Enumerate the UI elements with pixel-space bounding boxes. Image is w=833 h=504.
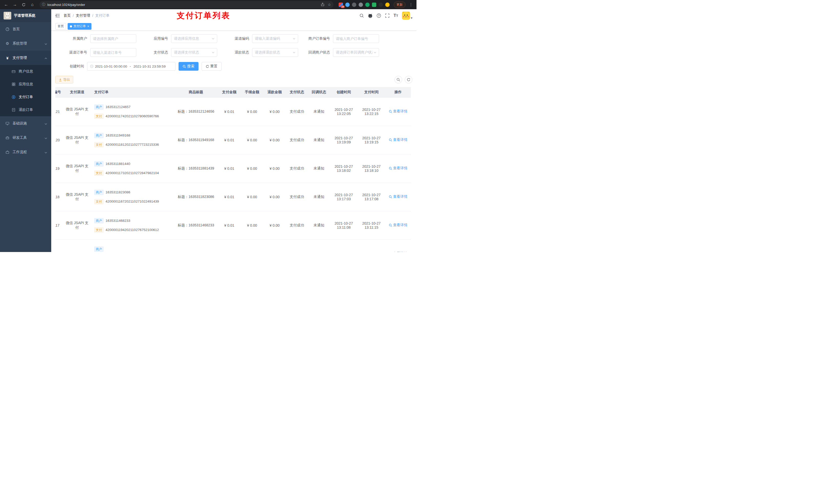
menu-fold-icon[interactable] — [55, 14, 60, 18]
channel-order-no-input[interactable] — [90, 48, 136, 57]
search-button[interactable]: 搜索 — [178, 62, 198, 71]
back-button[interactable]: ← — [3, 1, 10, 8]
extension-icon-face[interactable] — [385, 3, 389, 7]
view-detail-link[interactable]: 查看详情 — [389, 138, 407, 142]
close-icon[interactable]: × — [87, 25, 89, 28]
export-button[interactable]: 导出 — [55, 76, 73, 83]
page-title-annotation: 支付订单列表 — [177, 10, 231, 21]
extension-icon-chat[interactable] — [372, 3, 376, 7]
sidebar-item-pay-order[interactable]: 支付订单 — [0, 91, 51, 103]
toolbox-icon — [5, 136, 10, 140]
avatar[interactable] — [402, 11, 410, 20]
cell-pay-time: 2021-10-27 13:17:08 — [358, 183, 385, 211]
view-detail-label: 查看详情 — [393, 194, 407, 199]
sidebar-item-merchant-info[interactable]: 商户信息 — [0, 65, 51, 78]
chevron-down-icon — [374, 52, 376, 53]
search-icon — [389, 110, 392, 113]
share-icon[interactable] — [321, 3, 325, 6]
font-size-icon[interactable]: TT — [394, 13, 398, 18]
cell-fee: ¥ 0.00 — [241, 154, 263, 183]
sidebar-item-refund-order[interactable]: 退款订单 — [0, 103, 51, 116]
svg-text:?: ? — [378, 14, 380, 17]
view-detail-link[interactable]: 查看详情 — [389, 251, 407, 252]
extension-icon-pin[interactable] — [379, 3, 383, 7]
cell-action: 查看详情 — [385, 239, 411, 252]
url-text[interactable]: localhost:1024/pay/order — [47, 3, 321, 7]
sidebar-item-home[interactable]: 首页 — [0, 22, 51, 37]
view-detail-label: 查看详情 — [393, 223, 407, 227]
pay-tag: 支付 — [94, 142, 103, 147]
url-bar[interactable]: ⓘ localhost:1024/pay/order ☆ — [40, 1, 334, 8]
view-detail-link[interactable]: 查看详情 — [389, 166, 407, 171]
search-icon — [389, 138, 392, 142]
col-action: 操作 — [385, 87, 411, 97]
view-detail-link[interactable]: 查看详情 — [389, 109, 407, 114]
sidebar-item-system[interactable]: ⚙ 系统管理 — [0, 37, 51, 51]
extension-icon-check[interactable] — [365, 3, 370, 7]
chevron-down-icon — [45, 136, 47, 140]
field-create-time: 创建时间 2021-10-01 00:00:00 - 2021-10-31 23… — [55, 62, 175, 71]
cell-notify — [308, 239, 330, 252]
sidebar-item-workflow[interactable]: 工作流程 — [0, 145, 51, 159]
breadcrumb-pay[interactable]: 支付管理 — [76, 13, 90, 18]
cell-refund: ¥ 0.00 — [263, 183, 286, 211]
sidebar-item-dev-tools[interactable]: 研发工具 — [0, 130, 51, 145]
fullscreen-icon[interactable] — [385, 13, 389, 18]
view-detail-link[interactable]: 查看详情 — [389, 223, 407, 227]
extension-icon-3[interactable] — [359, 3, 363, 7]
table-row: 121 微信 JSAPI 支付 商户 1635312124657 — [55, 97, 411, 126]
sidebar-item-app-info[interactable]: 应用信息 — [0, 78, 51, 91]
merchant-order-no: 1635311468233 — [105, 219, 130, 222]
browser-update-button[interactable]: 更新 — [394, 2, 405, 8]
github-icon[interactable] — [368, 13, 373, 18]
bookmark-star-icon[interactable]: ☆ — [328, 3, 331, 7]
cell-id: 120 — [55, 126, 62, 154]
view-detail-link[interactable]: 查看详情 — [389, 194, 407, 199]
help-icon[interactable]: ? — [377, 13, 381, 18]
tab-pay-order[interactable]: 支付订单 × — [68, 23, 91, 30]
extension-icon-1[interactable]: 10 — [339, 3, 343, 7]
refresh-button[interactable] — [405, 76, 412, 83]
cell-action: 查看详情 — [385, 211, 411, 239]
search-icon — [389, 223, 392, 227]
reload-button[interactable] — [20, 1, 27, 8]
sidebar-item-label: 系统管理 — [13, 41, 42, 46]
date-range-picker[interactable]: 2021-10-01 00:00:00 - 2021-10-31 23:59:5… — [87, 62, 175, 71]
notify-status-select[interactable]: 请选择订单回调商户状态 — [333, 48, 379, 57]
tab-home[interactable]: 首页 — [55, 23, 66, 30]
app-id-select[interactable]: 请选择应用信息 — [171, 34, 217, 43]
extension-icon-drop[interactable] — [345, 3, 350, 7]
pay-submenu: 商户信息 应用信息 支付订单 退款订单 — [0, 65, 51, 116]
user-menu[interactable]: ▾ — [402, 11, 412, 20]
field-label: 支付状态 — [136, 50, 171, 55]
channel-code-select[interactable]: 请输入渠道编码 — [252, 34, 298, 43]
pay-order-no: 4200001181202110277723215336 — [105, 143, 159, 146]
cell-channel: 微信 JSAPI 支付 — [62, 126, 92, 154]
browser-toolbar: ← → ⌂ ⓘ localhost:1024/pay/order ☆ 10 更新… — [0, 0, 416, 9]
cell-pay-time — [358, 239, 385, 252]
pay-order-no: 4200001174202110278060590766 — [105, 114, 159, 118]
extension-icon-2[interactable] — [352, 3, 356, 7]
refund-status-select[interactable]: 请选择退款状态 — [252, 48, 298, 57]
cell-refund — [263, 239, 286, 252]
merchant-order-no-input[interactable] — [333, 34, 379, 43]
search-icon[interactable] — [359, 13, 364, 18]
home-button[interactable]: ⌂ — [29, 1, 36, 8]
cell-refund: ¥ 0.00 — [263, 154, 286, 183]
toggle-search-button[interactable] — [395, 76, 402, 83]
breadcrumb-home[interactable]: 首页 — [64, 13, 71, 18]
merchant-input[interactable] — [90, 34, 136, 43]
briefcase-icon — [5, 150, 10, 154]
reset-button[interactable]: 重置 — [201, 62, 221, 71]
sidebar-item-infra[interactable]: 基础设施 — [0, 116, 51, 130]
forward-button[interactable]: → — [11, 1, 19, 8]
logo[interactable]: 芋道管理系统 — [0, 9, 51, 22]
pay-order-no: 4200001167202110271022491439 — [105, 199, 159, 203]
pay-status-select[interactable]: 请选择支付状态 — [171, 48, 217, 57]
field-merchant-order-no: 商户订单编号 — [298, 34, 379, 43]
select-placeholder: 请输入渠道编码 — [255, 37, 280, 41]
sidebar-item-pay[interactable]: ¥ 支付管理 — [0, 51, 51, 65]
browser-menu-icon[interactable]: ⋮ — [408, 2, 414, 7]
site-info-icon[interactable]: ⓘ — [42, 2, 45, 7]
cell-action: 查看详情 — [385, 97, 411, 126]
